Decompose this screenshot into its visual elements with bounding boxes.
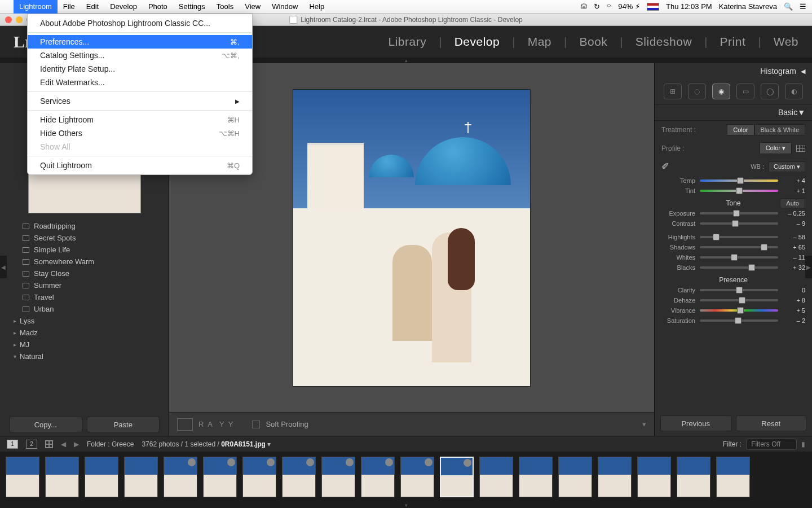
previous-button[interactable]: Previous	[660, 415, 731, 431]
second-window-button[interactable]: 2	[26, 440, 37, 449]
menu-develop[interactable]: Develop	[104, 0, 143, 14]
clock[interactable]: Thu 12:03 PM	[666, 2, 712, 11]
module-slideshow[interactable]: Slideshow	[636, 35, 692, 49]
next-photo-icon[interactable]: ▶	[74, 440, 79, 448]
timemachine-icon[interactable]: ↻	[594, 2, 600, 11]
preset-item[interactable]: Travel	[9, 291, 160, 303]
filmstrip-thumb[interactable]	[242, 457, 276, 497]
profile-select[interactable]: Color ▾	[760, 142, 792, 154]
histogram-header[interactable]: Histogram◀	[655, 63, 812, 79]
notification-center-icon[interactable]: ☰	[800, 2, 806, 11]
vibrance-slider[interactable]	[700, 309, 778, 312]
wifi-icon[interactable]: ⌔	[607, 2, 611, 11]
module-book[interactable]: Book	[579, 35, 607, 49]
menu-preferences[interactable]: Preferences...⌘,	[28, 35, 252, 49]
menu-quit[interactable]: Quit Lightroom⌘Q	[28, 159, 252, 172]
shadows-value[interactable]: + 65	[783, 244, 805, 251]
profile-browser-icon[interactable]	[796, 145, 805, 152]
saturation-value[interactable]: – 2	[783, 317, 805, 324]
preset-folder[interactable]: MJ	[9, 339, 160, 351]
preset-item[interactable]: Summer	[9, 279, 160, 291]
tint-slider[interactable]	[700, 190, 778, 192]
adjustment-brush-icon[interactable]: ◐	[785, 84, 803, 99]
menu-hide-others[interactable]: Hide Others⌥⌘H	[28, 126, 252, 140]
filmstrip-thumb[interactable]	[637, 457, 671, 497]
wb-select[interactable]: Custom ▾	[769, 161, 805, 172]
menu-edit-watermarks[interactable]: Edit Watermarks...	[28, 76, 252, 89]
battery-status[interactable]: 94% ⚡︎	[618, 2, 640, 11]
user-name[interactable]: Katerina Stavreva	[719, 2, 777, 11]
clarity-slider[interactable]	[700, 289, 778, 291]
filmstrip-thumb[interactable]	[321, 457, 355, 497]
vibrance-value[interactable]: + 5	[783, 307, 805, 314]
exposure-value[interactable]: – 0.25	[783, 210, 805, 217]
highlights-value[interactable]: – 58	[783, 234, 805, 240]
module-library[interactable]: Library	[388, 35, 426, 49]
filmstrip-thumb[interactable]	[45, 457, 79, 497]
toolbar-expand-icon[interactable]: ▾	[642, 420, 646, 428]
module-develop[interactable]: Develop	[454, 35, 500, 49]
preset-item[interactable]: Roadtripping	[9, 220, 160, 232]
minimize-button[interactable]	[16, 16, 23, 23]
copy-button[interactable]: Copy...	[9, 417, 82, 432]
soft-proof-checkbox[interactable]	[252, 421, 260, 428]
preset-item[interactable]: Urban	[9, 303, 160, 315]
filmstrip-thumb[interactable]	[677, 457, 710, 497]
spotlight-icon[interactable]: 🔍	[784, 2, 793, 11]
filmstrip-thumb[interactable]	[361, 457, 395, 497]
prev-photo-icon[interactable]: ◀	[61, 440, 66, 448]
close-button[interactable]	[5, 16, 12, 23]
paste-button[interactable]: Paste	[87, 417, 160, 432]
filmstrip-thumb[interactable]	[85, 457, 118, 497]
treatment-bw[interactable]: Black & White	[754, 124, 805, 135]
crop-tool-icon[interactable]: ⊞	[664, 84, 682, 99]
preset-item[interactable]: Stay Close	[9, 268, 160, 279]
menu-catalog-settings[interactable]: Catalog Settings...⌥⌘,	[28, 49, 252, 62]
module-web[interactable]: Web	[774, 35, 798, 49]
right-panel-toggle[interactable]: ▶	[805, 256, 812, 278]
filmstrip-thumb[interactable]	[440, 457, 474, 497]
loupe-view-icon[interactable]	[177, 418, 193, 431]
menu-file[interactable]: File	[58, 0, 81, 14]
preset-folder[interactable]: Madz	[9, 327, 160, 339]
module-print[interactable]: Print	[720, 35, 746, 49]
menu-window[interactable]: Window	[266, 0, 303, 14]
filmstrip-thumb[interactable]	[598, 457, 632, 497]
saturation-slider[interactable]	[700, 319, 778, 322]
redeye-tool-icon[interactable]: ◉	[712, 84, 730, 99]
blacks-slider[interactable]	[700, 266, 778, 269]
whites-value[interactable]: – 11	[783, 254, 805, 261]
preset-item[interactable]: Secret Spots	[9, 232, 160, 244]
menu-lightroom[interactable]: Lightroom	[14, 0, 58, 14]
bottom-panel-toggle[interactable]: ▾	[0, 502, 812, 508]
preset-folder[interactable]: Natural	[9, 351, 160, 362]
tint-value[interactable]: + 1	[783, 187, 805, 194]
before-after-icon[interactable]: R A	[198, 420, 214, 428]
filmstrip-thumb[interactable]	[519, 457, 553, 497]
menu-edit[interactable]: Edit	[81, 0, 104, 14]
filmstrip-thumb[interactable]	[6, 457, 39, 497]
basic-panel-header[interactable]: Basic ▼	[655, 104, 812, 121]
temp-value[interactable]: + 4	[783, 177, 805, 184]
temp-slider[interactable]	[700, 179, 778, 182]
treatment-color[interactable]: Color	[727, 124, 754, 135]
compare-icon[interactable]: Y Y	[219, 420, 234, 428]
filmstrip-thumb[interactable]	[400, 457, 434, 497]
filmstrip-thumb[interactable]	[164, 457, 197, 497]
wb-eyedropper-icon[interactable]: ✐	[661, 161, 673, 172]
preset-item[interactable]: Somewhere Warm	[9, 256, 160, 268]
dehaze-slider[interactable]	[700, 299, 778, 301]
filmstrip-thumb[interactable]	[479, 457, 513, 497]
filmstrip[interactable]	[0, 452, 812, 502]
filmstrip-thumb[interactable]	[203, 457, 237, 497]
spot-removal-icon[interactable]: ◌	[688, 84, 706, 99]
graduated-filter-icon[interactable]: ▭	[736, 84, 754, 99]
radial-filter-icon[interactable]: ◯	[761, 84, 779, 99]
menu-identity-plate[interactable]: Identity Plate Setup...	[28, 62, 252, 76]
folder-path[interactable]: Folder : Greece	[87, 440, 134, 448]
grid-view-icon[interactable]	[45, 440, 53, 448]
menu-help[interactable]: Help	[303, 0, 330, 14]
menu-services[interactable]: Services	[28, 94, 252, 108]
preset-item[interactable]: Simple Life	[9, 244, 160, 256]
clarity-value[interactable]: 0	[783, 287, 805, 294]
